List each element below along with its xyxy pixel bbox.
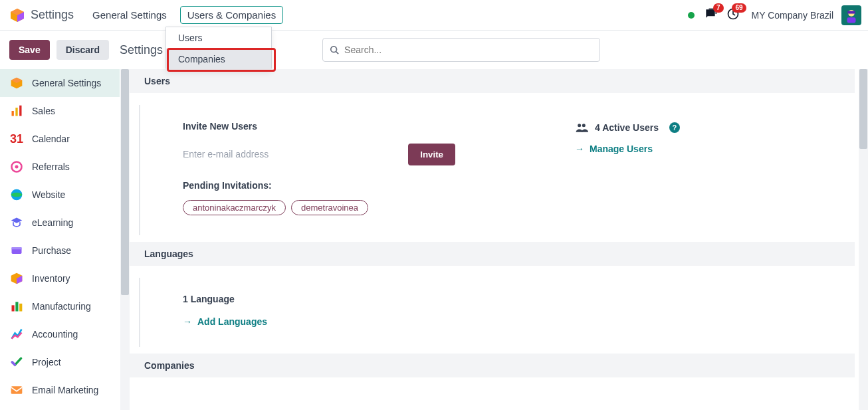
language-count: 1 Language bbox=[183, 294, 855, 304]
section-header-companies: Companies bbox=[130, 354, 855, 377]
sidebar-item-label: Referrals bbox=[32, 161, 70, 172]
app-logo bbox=[9, 7, 25, 23]
sidebar-item-label: Inventory bbox=[32, 273, 70, 284]
messages-button[interactable]: 7 bbox=[704, 7, 717, 23]
pending-chip[interactable]: antoninakaczmarczyk bbox=[183, 200, 286, 215]
svg-rect-23 bbox=[12, 305, 15, 311]
users-group-icon bbox=[575, 121, 588, 134]
sidebar-item-label: Website bbox=[32, 189, 65, 200]
search-icon bbox=[330, 45, 339, 54]
calendar-icon: 31 bbox=[9, 132, 24, 146]
svg-rect-6 bbox=[847, 17, 856, 23]
sidebar-item-manufacturing[interactable]: Manufacturing bbox=[0, 292, 120, 320]
sidebar-item-general-settings[interactable]: General Settings bbox=[0, 69, 120, 97]
arrow-right-icon: → bbox=[183, 316, 192, 327]
top-menu: General Settings Users & Companies bbox=[86, 6, 283, 24]
svg-rect-12 bbox=[12, 111, 14, 116]
sidebar-item-label: Email Marketing bbox=[32, 385, 98, 395]
sidebar-item-inventory[interactable]: Inventory bbox=[0, 264, 120, 292]
invite-email-input[interactable] bbox=[183, 144, 401, 165]
invite-button[interactable]: Invite bbox=[408, 144, 455, 165]
graduation-cap-icon bbox=[9, 215, 24, 230]
svg-rect-24 bbox=[15, 302, 18, 311]
invite-new-users-label: Invite New Users bbox=[183, 121, 455, 132]
sidebar-item-elearning[interactable]: eLearning bbox=[0, 209, 120, 237]
active-users-row: 4 Active Users ? bbox=[575, 121, 680, 134]
add-languages-label: Add Languages bbox=[197, 316, 267, 327]
sidebar-item-website[interactable]: Website bbox=[0, 181, 120, 209]
search-input[interactable] bbox=[344, 45, 593, 55]
pending-invitations-label: Pending Invitations: bbox=[183, 180, 455, 191]
topbar: Settings General Settings Users & Compan… bbox=[0, 0, 868, 31]
menu-general-settings[interactable]: General Settings bbox=[86, 7, 173, 23]
sidebar-scrollbar-thumb[interactable] bbox=[121, 69, 129, 295]
svg-rect-26 bbox=[11, 386, 23, 394]
save-button[interactable]: Save bbox=[9, 40, 50, 60]
svg-line-9 bbox=[336, 52, 339, 54]
search-box[interactable] bbox=[322, 38, 600, 62]
sidebar-item-referrals[interactable]: Referrals bbox=[0, 153, 120, 181]
sidebar: General Settings Sales 31 Calendar Refer… bbox=[0, 69, 120, 410]
sidebar-item-label: eLearning bbox=[32, 217, 73, 228]
add-languages-link[interactable]: → Add Languages bbox=[183, 316, 855, 327]
sidebar-item-label: General Settings bbox=[32, 78, 101, 88]
pending-chip[interactable]: demetravoinea bbox=[291, 200, 368, 215]
sidebar-item-label: Accounting bbox=[32, 329, 78, 340]
dropdown-users[interactable]: Users bbox=[166, 27, 271, 49]
sidebar-item-accounting[interactable]: Accounting bbox=[0, 320, 120, 348]
svg-point-18 bbox=[11, 193, 23, 197]
status-indicator bbox=[688, 12, 695, 19]
section-header-languages: Languages bbox=[130, 242, 855, 266]
svg-point-31 bbox=[582, 124, 586, 127]
chart-line-icon bbox=[9, 327, 24, 342]
svg-rect-7 bbox=[847, 11, 855, 13]
company-switcher[interactable]: MY Company Brazil bbox=[752, 10, 833, 21]
arrow-right-icon: → bbox=[575, 144, 584, 154]
svg-point-16 bbox=[15, 165, 19, 169]
sidebar-item-project[interactable]: Project bbox=[0, 348, 120, 376]
main-content: Users Invite New Users Invite Pending In… bbox=[130, 69, 868, 410]
globe-icon bbox=[9, 187, 24, 202]
messages-badge: 7 bbox=[713, 3, 724, 13]
svg-rect-20 bbox=[12, 247, 22, 249]
svg-point-30 bbox=[578, 124, 581, 127]
sidebar-item-label: Manufacturing bbox=[32, 301, 91, 312]
svg-rect-25 bbox=[19, 304, 22, 312]
user-avatar[interactable] bbox=[841, 5, 861, 25]
section-header-users: Users bbox=[130, 69, 855, 93]
manage-users-link[interactable]: → Manage Users bbox=[575, 144, 680, 154]
svg-point-8 bbox=[331, 47, 337, 52]
sidebar-item-email-marketing[interactable]: Email Marketing bbox=[0, 376, 120, 404]
manage-users-label: Manage Users bbox=[590, 144, 653, 154]
sidebar-item-employees[interactable]: Employees bbox=[0, 404, 120, 410]
wrench-icon bbox=[9, 299, 24, 314]
check-icon bbox=[9, 355, 24, 369]
activities-button[interactable]: 69 bbox=[726, 7, 740, 23]
menu-users-companies[interactable]: Users & Companies bbox=[180, 6, 283, 24]
activities-badge: 69 bbox=[732, 3, 746, 13]
sidebar-item-label: Purchase bbox=[32, 245, 71, 256]
box-icon bbox=[9, 271, 24, 286]
dropdown-companies[interactable]: Companies bbox=[166, 49, 271, 70]
target-icon bbox=[9, 159, 24, 174]
bars-icon bbox=[9, 104, 24, 118]
breadcrumb: Settings bbox=[120, 43, 163, 57]
svg-rect-14 bbox=[19, 106, 21, 116]
sidebar-item-sales[interactable]: Sales bbox=[0, 97, 120, 125]
main-scrollbar-thumb[interactable] bbox=[859, 69, 867, 149]
active-users-text: 4 Active Users bbox=[595, 122, 659, 133]
sidebar-item-label: Project bbox=[32, 357, 61, 367]
svg-rect-13 bbox=[15, 108, 17, 116]
discard-button[interactable]: Discard bbox=[56, 40, 109, 60]
users-companies-dropdown: Users Companies bbox=[165, 27, 272, 70]
sidebar-item-calendar[interactable]: 31 Calendar bbox=[0, 125, 120, 153]
sidebar-item-label: Calendar bbox=[32, 134, 70, 144]
sidebar-item-purchase[interactable]: Purchase bbox=[0, 237, 120, 264]
help-icon[interactable]: ? bbox=[669, 122, 680, 133]
hexagon-icon bbox=[9, 76, 24, 90]
cart-icon bbox=[9, 243, 24, 258]
app-title: Settings bbox=[31, 8, 74, 22]
action-bar: Save Discard Settings bbox=[0, 31, 868, 69]
sidebar-item-label: Sales bbox=[32, 106, 55, 116]
envelope-icon bbox=[9, 383, 24, 397]
